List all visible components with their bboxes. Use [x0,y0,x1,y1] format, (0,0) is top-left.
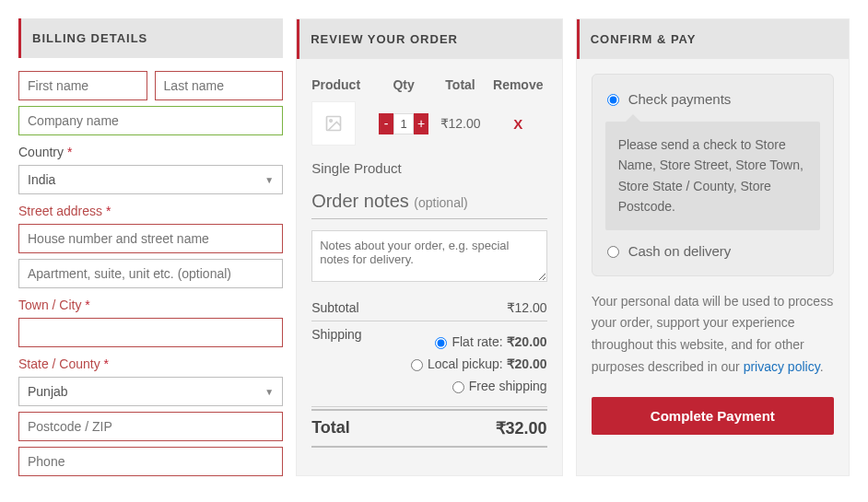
town-label: Town / City * [18,298,283,312]
phone-input[interactable] [18,447,283,476]
ship-flat-option[interactable]: Flat rate: ₹20.00 [362,331,547,353]
qty-minus-button[interactable]: - [379,113,393,134]
product-thumbnail [311,101,356,146]
state-select[interactable]: Punjab ▼ [18,377,283,406]
remove-item-button[interactable]: X [489,116,547,132]
pay-check-option[interactable]: Check payments [605,88,820,111]
col-total: Total [431,77,489,92]
shipping-options: Flat rate: ₹20.00 Local pickup: ₹20.00 F… [362,327,547,401]
shipping-label: Shipping [311,327,362,401]
review-table-header: Product Qty Total Remove [311,74,546,101]
shipping-row: Shipping Flat rate: ₹20.00 Local pickup:… [311,321,546,407]
order-notes-textarea[interactable] [311,230,546,282]
qty-value: 1 [393,113,414,134]
postcode-input[interactable] [18,412,283,441]
review-table-row: - 1 + ₹12.00 X [311,101,546,146]
first-name-input[interactable] [18,71,147,100]
pay-check-info: Please send a check to Store Name, Store… [605,122,820,230]
pay-cod-label: Cash on delivery [628,243,732,259]
country-value: India [28,172,55,187]
col-qty: Qty [376,77,431,92]
total-label: Total [311,418,350,438]
subtotal-label: Subtotal [311,300,358,315]
ship-free-option[interactable]: Free shipping [362,375,547,397]
complete-payment-button[interactable]: Complete Payment [592,397,834,435]
qty-plus-button[interactable]: + [414,113,428,134]
col-remove: Remove [489,77,547,92]
ship-free-radio[interactable] [452,381,464,393]
subtotal-value: ₹12.00 [507,300,547,315]
product-name: Single Product [311,160,546,176]
ship-local-option[interactable]: Local pickup: ₹20.00 [362,353,547,375]
chevron-down-icon: ▼ [264,175,274,185]
town-input[interactable] [18,318,283,347]
pay-check-radio[interactable] [607,94,619,106]
privacy-text: Your personal data will be used to proce… [592,291,834,379]
pay-check-label: Check payments [628,91,732,107]
state-label: State / County * [18,356,283,371]
confirm-column: CONFIRM & PAY Check payments Please send… [576,18,850,476]
confirm-header: CONFIRM & PAY [577,19,849,59]
street1-input[interactable] [18,224,283,253]
country-select[interactable]: India ▼ [18,165,283,194]
subtotal-row: Subtotal ₹12.00 [311,295,546,321]
ship-flat-radio[interactable] [435,337,447,349]
quantity-control: - 1 + [376,113,431,134]
payment-box: Check payments Please send a check to St… [592,74,834,276]
pay-cod-option[interactable]: Cash on delivery [605,239,820,263]
street-label: Street address * [18,204,283,218]
last-name-input[interactable] [155,71,284,100]
total-value: ₹32.00 [496,418,547,438]
state-value: Punjab [28,384,68,399]
col-product: Product [311,77,376,92]
billing-header: BILLING DETAILS [18,18,283,58]
privacy-policy-link[interactable]: privacy policy [744,359,820,374]
item-total: ₹12.00 [431,116,489,131]
company-input[interactable] [18,106,283,135]
image-placeholder-icon [324,114,343,133]
total-row: Total ₹32.00 [311,409,546,448]
country-label: Country * [18,145,283,159]
chevron-down-icon: ▼ [264,387,274,397]
ship-local-radio[interactable] [411,359,423,371]
pay-cod-radio[interactable] [607,246,619,258]
svg-point-1 [330,120,333,123]
order-notes-heading: Order notes (optional) [311,191,546,219]
review-column: REVIEW YOUR ORDER Product Qty Total Remo… [296,18,562,476]
billing-column: BILLING DETAILS Country * India ▼ Street… [18,18,283,476]
street2-input[interactable] [18,259,283,288]
review-header: REVIEW YOUR ORDER [297,19,561,59]
